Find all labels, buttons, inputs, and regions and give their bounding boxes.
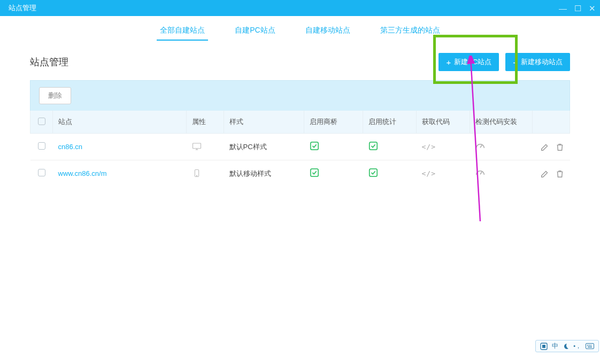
delete-button[interactable]: 删除: [39, 87, 71, 104]
svg-rect-15: [587, 345, 588, 346]
check-icon[interactable]: [368, 141, 378, 151]
ime-logo-icon: [540, 343, 548, 350]
gauge-icon[interactable]: [475, 141, 485, 151]
svg-line-10: [480, 172, 482, 174]
svg-rect-18: [588, 347, 592, 348]
window-title: 站点管理: [9, 3, 36, 13]
action-buttons: + 新建PC站点 + 新建移动站点: [439, 53, 570, 71]
close-icon[interactable]: ✕: [589, 4, 596, 12]
new-pc-site-button[interactable]: + 新建PC站点: [439, 53, 499, 71]
minimize-icon[interactable]: —: [559, 4, 567, 12]
sites-table: 站点 属性 样式 启用商桥 启用统计 获取代码 检测代码安装 cn86.cn 默…: [30, 111, 570, 187]
site-link[interactable]: cn86.cn: [58, 143, 83, 151]
moon-icon[interactable]: [563, 343, 569, 350]
plus-icon: +: [513, 58, 518, 66]
delete-icon[interactable]: [555, 169, 565, 179]
th-attr: 属性: [187, 111, 224, 134]
row-checkbox[interactable]: [38, 142, 45, 150]
check-icon[interactable]: [310, 168, 319, 177]
new-mobile-site-label: 新建移动站点: [521, 57, 563, 67]
tabs: 全部自建站点 自建PC站点 自建移动站点 第三方生成的站点: [0, 16, 600, 41]
desktop-icon: [192, 142, 202, 151]
check-icon[interactable]: [310, 141, 319, 151]
th-style: 样式: [224, 111, 304, 134]
edit-icon[interactable]: [540, 169, 550, 179]
svg-line-5: [480, 145, 482, 148]
toolbar: 删除: [30, 80, 570, 111]
keyboard-icon[interactable]: [586, 343, 594, 349]
select-all-checkbox[interactable]: [38, 118, 45, 125]
ime-punct[interactable]: •，: [573, 342, 581, 350]
style-cell: 默认移动样式: [224, 160, 304, 187]
table-row: www.cn86.cn/m 默认移动样式 </>: [30, 160, 570, 187]
table-row: cn86.cn 默认PC样式 </>: [30, 134, 570, 160]
code-icon[interactable]: </>: [422, 143, 436, 151]
svg-point-7: [196, 175, 197, 176]
code-icon[interactable]: </>: [422, 169, 436, 177]
tab-mobile-sites[interactable]: 自建移动站点: [305, 26, 350, 41]
mobile-icon: [192, 168, 202, 178]
th-code: 获取代码: [417, 111, 470, 134]
svg-rect-14: [586, 344, 594, 349]
page-title: 站点管理: [30, 56, 68, 68]
maximize-icon[interactable]: ☐: [574, 4, 581, 12]
check-icon[interactable]: [368, 168, 378, 177]
titlebar: 站点管理 — ☐ ✕: [0, 0, 600, 16]
tab-all-sites[interactable]: 全部自建站点: [160, 26, 205, 41]
svg-rect-9: [369, 169, 376, 176]
svg-rect-17: [590, 345, 591, 346]
svg-rect-0: [193, 143, 201, 149]
ime-zhong[interactable]: 中: [552, 342, 558, 351]
page-header: 站点管理 + 新建PC站点 + 新建移动站点: [30, 49, 570, 75]
svg-rect-8: [310, 169, 318, 176]
th-check: 检测代码安装: [470, 111, 533, 134]
site-link[interactable]: www.cn86.cn/m: [58, 169, 107, 177]
th-bridge: 启用商桥: [304, 111, 363, 134]
th-stats: 启用统计: [363, 111, 417, 134]
delete-icon[interactable]: [555, 142, 565, 152]
new-mobile-site-button[interactable]: + 新建移动站点: [505, 53, 570, 71]
svg-rect-16: [589, 345, 590, 346]
plus-icon: +: [446, 58, 451, 66]
style-cell: 默认PC样式: [224, 134, 304, 160]
new-pc-site-label: 新建PC站点: [454, 57, 491, 67]
th-site: 站点: [53, 111, 187, 134]
edit-icon[interactable]: [540, 142, 550, 152]
tab-third-party-sites[interactable]: 第三方生成的站点: [380, 26, 440, 41]
svg-rect-13: [542, 345, 545, 348]
window-controls: — ☐ ✕: [559, 4, 596, 12]
row-checkbox[interactable]: [38, 169, 45, 176]
ime-toolbar[interactable]: 中 •，: [535, 340, 599, 352]
svg-rect-4: [369, 142, 376, 150]
svg-rect-3: [310, 142, 318, 150]
content: 站点管理 + 新建PC站点 + 新建移动站点 删除 站点 属性 样式 启用商桥 …: [0, 41, 600, 187]
tab-pc-sites[interactable]: 自建PC站点: [235, 26, 275, 41]
gauge-icon[interactable]: [475, 168, 485, 177]
